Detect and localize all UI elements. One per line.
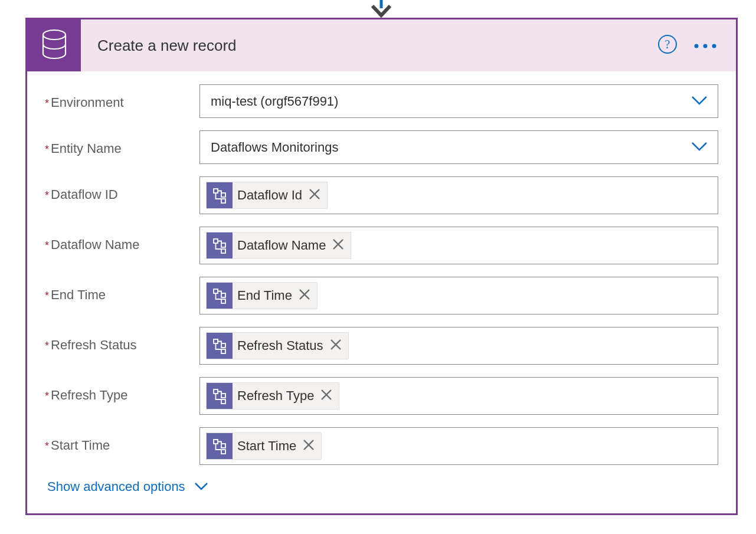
svg-rect-21	[214, 440, 218, 444]
dataflow-icon	[207, 433, 233, 459]
field-row-dataflow-id: * Dataflow ID Dataflow Id	[45, 176, 718, 214]
token-remove-button[interactable]	[318, 387, 335, 405]
token-remove-button[interactable]	[306, 186, 323, 204]
dataflow-icon	[207, 283, 233, 309]
dynamic-token[interactable]: Start Time	[206, 433, 322, 460]
field-row-entity-name: * Entity Name Dataflows Monitorings	[45, 130, 718, 164]
svg-rect-15	[214, 339, 218, 343]
token-remove-button[interactable]	[300, 437, 318, 455]
field-row-start-time: * Start Time Start Time	[45, 427, 718, 465]
more-options-button[interactable]	[689, 35, 722, 56]
refresh-status-input[interactable]: Refresh Status	[199, 327, 718, 365]
svg-rect-19	[221, 394, 225, 398]
required-star: *	[45, 390, 49, 402]
token-label: End Time	[237, 288, 292, 303]
select-value: miq-test (orgf567f991)	[211, 94, 690, 109]
svg-rect-14	[221, 299, 225, 303]
select-value: Dataflows Monitorings	[211, 140, 690, 155]
svg-rect-23	[221, 450, 225, 454]
token-label: Start Time	[237, 438, 296, 454]
token-label: Refresh Type	[237, 388, 314, 404]
entity-name-select[interactable]: Dataflows Monitorings	[199, 130, 718, 164]
close-icon	[330, 237, 346, 254]
close-icon	[328, 337, 343, 355]
token-remove-button[interactable]	[296, 287, 313, 304]
field-row-end-time: * End Time End Time	[45, 277, 718, 314]
field-label: * End Time	[45, 277, 199, 303]
close-icon	[319, 387, 334, 405]
dataflow-icon	[207, 383, 233, 409]
svg-rect-8	[221, 199, 225, 203]
database-icon	[41, 29, 68, 62]
close-icon	[301, 437, 316, 455]
field-label: * Environment	[45, 84, 199, 110]
refresh-type-input[interactable]: Refresh Type	[199, 377, 718, 415]
dynamic-token[interactable]: Refresh Status	[206, 332, 349, 359]
connector-icon-box	[27, 19, 81, 71]
dynamic-token[interactable]: Dataflow Id	[206, 182, 328, 209]
dataflow-icon	[207, 232, 233, 258]
required-star: *	[45, 143, 49, 156]
help-icon: ?	[657, 34, 678, 57]
help-button[interactable]: ?	[657, 35, 678, 56]
end-time-input[interactable]: End Time	[199, 277, 718, 314]
svg-rect-13	[221, 293, 225, 297]
dynamic-token[interactable]: End Time	[206, 282, 318, 309]
svg-rect-9	[214, 239, 218, 243]
svg-rect-16	[221, 343, 225, 348]
connector-arrow-down	[368, 0, 394, 20]
svg-rect-12	[214, 289, 218, 293]
close-icon	[297, 287, 312, 304]
svg-point-4	[703, 44, 708, 48]
svg-point-5	[712, 44, 716, 48]
action-title: Create a new record	[97, 37, 657, 55]
chevron-down-icon	[690, 94, 708, 109]
required-star: *	[45, 340, 49, 352]
dataflow-icon	[207, 182, 233, 208]
svg-rect-7	[221, 193, 225, 197]
required-star: *	[45, 97, 49, 110]
field-row-environment: * Environment miq-test (orgf567f991)	[45, 84, 718, 118]
dynamic-token[interactable]: Refresh Type	[206, 382, 339, 409]
dynamic-token[interactable]: Dataflow Name	[206, 232, 351, 259]
dataflow-icon	[207, 333, 233, 359]
token-remove-button[interactable]	[329, 237, 347, 254]
field-label: * Refresh Status	[45, 327, 199, 353]
field-label: * Dataflow ID	[45, 176, 199, 202]
required-star: *	[45, 189, 49, 202]
action-form: * Environment miq-test (orgf567f991) * E…	[27, 71, 736, 513]
svg-text:?: ?	[665, 38, 670, 51]
token-label: Refresh Status	[237, 338, 323, 353]
svg-rect-18	[214, 389, 218, 394]
ellipsis-icon	[693, 38, 718, 53]
field-row-refresh-status: * Refresh Status Refresh Status	[45, 327, 718, 365]
show-advanced-options-button[interactable]: Show advanced options	[47, 479, 209, 494]
required-star: *	[45, 440, 49, 453]
token-label: Dataflow Id	[237, 188, 302, 203]
token-remove-button[interactable]	[327, 337, 345, 355]
required-star: *	[45, 290, 49, 302]
close-icon	[307, 186, 322, 204]
svg-point-0	[43, 30, 66, 40]
dataflow-id-input[interactable]: Dataflow Id	[199, 176, 718, 214]
svg-rect-17	[221, 349, 225, 353]
svg-rect-11	[221, 249, 225, 253]
dataflow-name-input[interactable]: Dataflow Name	[199, 227, 718, 264]
token-label: Dataflow Name	[237, 238, 326, 253]
environment-select[interactable]: miq-test (orgf567f991)	[199, 84, 718, 118]
action-header[interactable]: Create a new record ?	[27, 19, 736, 71]
required-star: *	[45, 240, 49, 252]
start-time-input[interactable]: Start Time	[199, 427, 718, 465]
svg-rect-22	[221, 444, 225, 448]
svg-point-3	[695, 44, 699, 48]
action-card-create-new-record: Create a new record ? *	[25, 18, 738, 515]
field-row-refresh-type: * Refresh Type Refresh Type	[45, 377, 718, 415]
field-label: * Dataflow Name	[45, 227, 199, 253]
svg-rect-6	[214, 189, 218, 193]
field-row-dataflow-name: * Dataflow Name Dataflow Name	[45, 227, 718, 264]
advanced-options-label: Show advanced options	[47, 479, 185, 494]
svg-rect-10	[221, 243, 225, 247]
svg-rect-20	[221, 399, 225, 404]
field-label: * Start Time	[45, 427, 199, 453]
chevron-down-icon	[690, 140, 708, 155]
